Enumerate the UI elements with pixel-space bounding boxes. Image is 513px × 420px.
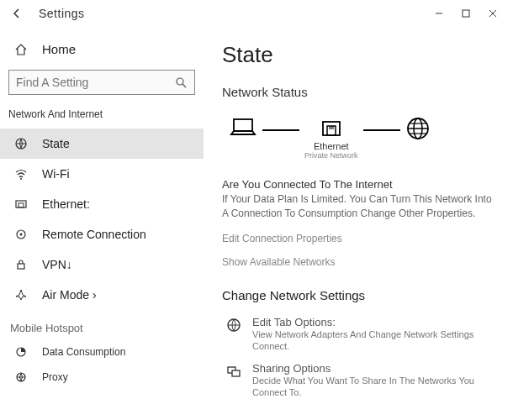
main-panel: State Network Status Ethernet Private Ne… — [204, 27, 513, 420]
option-title: Sharing Options — [252, 362, 494, 375]
sidebar-item-label: State — [42, 137, 70, 150]
svg-rect-29 — [232, 370, 240, 376]
diagram-link — [262, 129, 299, 131]
diagram-link — [363, 129, 400, 131]
option-title: Edit Tab Options: — [252, 316, 494, 328]
titlebar: Settings — [0, 0, 513, 27]
connected-title: Are You Connected To The Internet — [222, 178, 494, 191]
svg-rect-15 — [234, 119, 252, 131]
option-desc: View Network Adapters And Change Network… — [252, 328, 494, 353]
svg-rect-11 — [18, 264, 24, 269]
back-button[interactable] — [7, 3, 27, 24]
vpn-icon — [12, 258, 30, 271]
sidebar-item-airplane[interactable]: Air Mode › — [0, 280, 204, 310]
option-desc: Decide What You Want To Share In The Net… — [252, 375, 494, 399]
sidebar-item-label: Air Mode › — [42, 288, 97, 302]
search-box[interactable] — [8, 70, 195, 95]
proxy-icon — [12, 371, 30, 383]
change-settings-heading: Change Network Settings — [222, 288, 494, 302]
search-input[interactable] — [16, 76, 174, 89]
sharing-icon — [222, 362, 246, 399]
status-icon — [12, 137, 30, 150]
sidebar-item-label: VPN↓ — [42, 258, 72, 271]
sidebar-item-label: Wi-Fi — [42, 167, 70, 181]
diagram-computer — [229, 116, 257, 161]
sidebar-item-label: Remote Connection — [42, 228, 146, 241]
svg-point-10 — [20, 234, 23, 236]
option-adapter[interactable]: Edit Tab Options: View Network Adapters … — [222, 311, 494, 358]
diagram-mid-label: Ethernet — [314, 141, 349, 151]
sidebar-item-remote[interactable]: Remote Connection — [0, 219, 204, 249]
sidebar-item-state[interactable]: State — [0, 129, 204, 159]
svg-line-3 — [182, 84, 186, 87]
data-usage-icon — [12, 346, 30, 358]
show-networks-link[interactable]: Show Available Networks — [222, 256, 494, 268]
minimize-button[interactable] — [426, 3, 452, 24]
sidebar-item-datausage[interactable]: Data Consumption — [0, 339, 204, 365]
sidebar-section-label: Network And Internet — [0, 103, 204, 129]
network-diagram: Ethernet Private Network — [222, 111, 494, 165]
maximize-button[interactable] — [452, 3, 479, 24]
svg-point-2 — [177, 78, 183, 85]
search-icon — [174, 76, 188, 88]
sidebar-subsection-label: Mobile Hotspot — [0, 310, 204, 339]
diagram-ethernet: Ethernet Private Network — [304, 118, 358, 160]
edit-connection-link[interactable]: Edit Connection Properties — [222, 233, 494, 244]
adapter-icon — [222, 316, 246, 353]
home-icon — [12, 43, 30, 56]
svg-point-6 — [20, 178, 22, 180]
svg-rect-1 — [463, 10, 469, 17]
sidebar-item-proxy[interactable]: Proxy — [0, 365, 204, 390]
window-controls — [426, 3, 506, 24]
wifi-icon — [12, 167, 30, 181]
dialup-icon — [12, 228, 30, 241]
globe-icon — [405, 116, 431, 141]
laptop-icon — [229, 116, 257, 141]
sidebar-item-wifi[interactable]: Wi-Fi — [0, 159, 204, 189]
close-button[interactable] — [479, 3, 506, 24]
connected-desc: If Your Data Plan Is Limited. You Can Tu… — [222, 192, 494, 221]
status-heading: Network Status — [222, 85, 494, 99]
diagram-mid-sub: Private Network — [304, 151, 358, 160]
ethernet-icon — [12, 197, 30, 211]
svg-rect-8 — [19, 203, 24, 207]
sidebar-item-label: Proxy — [42, 371, 68, 383]
sidebar-item-ethernet[interactable]: Ethernet: — [0, 189, 204, 219]
svg-rect-7 — [16, 201, 26, 207]
sidebar-item-vpn[interactable]: VPN↓ — [0, 249, 204, 280]
sidebar: Home Network And Internet State Wi-Fi Et… — [0, 27, 204, 420]
ethernet-port-icon — [320, 118, 342, 139]
airplane-icon — [12, 288, 30, 302]
sidebar-item-label: Data Consumption — [42, 346, 125, 358]
sidebar-home[interactable]: Home — [0, 35, 204, 63]
diagram-globe — [405, 116, 431, 161]
window-title: Settings — [39, 7, 85, 20]
page-heading: State — [222, 42, 494, 68]
option-sharing[interactable]: Sharing Options Decide What You Want To … — [222, 357, 494, 404]
sidebar-home-label: Home — [42, 42, 76, 56]
sidebar-item-label: Ethernet: — [42, 197, 90, 211]
